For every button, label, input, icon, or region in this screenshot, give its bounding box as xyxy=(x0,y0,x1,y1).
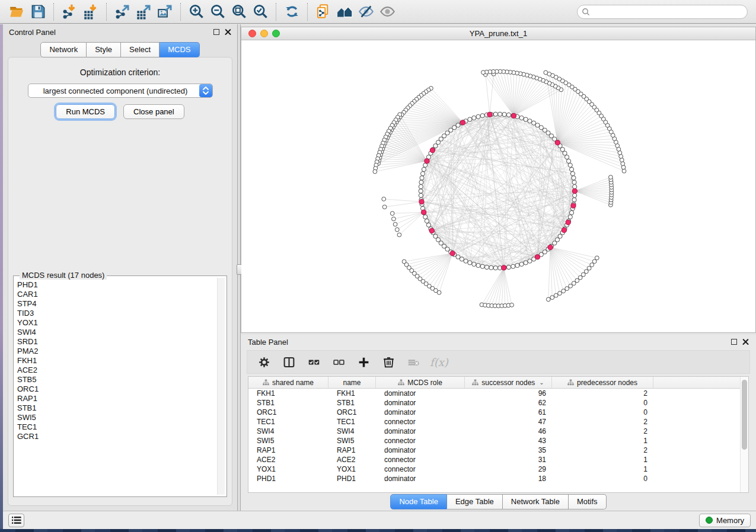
search-input[interactable] xyxy=(577,5,748,19)
mcds-result-item[interactable]: YOX1 xyxy=(17,318,216,328)
mcds-result-item[interactable]: GCR1 xyxy=(17,432,216,441)
network-from-file-button[interactable] xyxy=(312,2,334,21)
column-header-name[interactable]: name xyxy=(328,377,376,388)
mcds-result-item[interactable]: FKH1 xyxy=(17,356,216,366)
network-window-titlebar[interactable]: YPA_prune.txt_1 xyxy=(241,27,755,40)
tab-network[interactable]: Network xyxy=(40,42,87,57)
cell-name: ORC1 xyxy=(328,408,376,417)
cell-successor_nodes: 46 xyxy=(465,427,552,436)
toolbar-separator xyxy=(53,3,54,21)
column-namespace-icon xyxy=(398,379,404,386)
network-canvas[interactable] xyxy=(241,40,755,332)
table-scrollbar-thumb[interactable] xyxy=(742,380,747,450)
float-panel-icon[interactable] xyxy=(213,29,219,35)
refresh-button[interactable] xyxy=(281,2,302,21)
tab-node-table[interactable]: Node Table xyxy=(390,494,447,509)
import-network-button[interactable] xyxy=(59,2,80,21)
zoom-fit-button[interactable] xyxy=(228,2,250,21)
table-row[interactable]: STB1STB1dominator620 xyxy=(248,398,748,408)
tab-motifs[interactable]: Motifs xyxy=(569,494,607,509)
hide-graphics-icon xyxy=(358,4,374,20)
show-graphics-button[interactable] xyxy=(377,2,398,21)
open-file-button[interactable] xyxy=(6,2,27,21)
cell-mcds_role: dominator xyxy=(376,408,465,417)
deselect-all-button[interactable] xyxy=(329,352,348,371)
birds-eye-icon xyxy=(337,4,353,20)
mcds-result-item[interactable]: RAP1 xyxy=(17,394,216,403)
cell-predecessor_nodes: 0 xyxy=(552,474,653,483)
cell-mcds_role: dominator xyxy=(376,389,465,398)
close-panel-icon[interactable] xyxy=(225,29,231,36)
zoom-selected-button[interactable] xyxy=(250,2,271,21)
table-row[interactable]: TEC1TEC1connector472 xyxy=(248,417,748,427)
export-network-button[interactable] xyxy=(111,2,133,21)
table-row[interactable]: ORC1ORC1dominator610 xyxy=(248,408,748,417)
mcds-result-item[interactable]: CAR1 xyxy=(17,290,216,299)
export-table-button[interactable] xyxy=(133,2,154,21)
mcds-result-item[interactable]: STP4 xyxy=(17,299,216,309)
gear-button[interactable] xyxy=(254,352,273,371)
delete-column-button[interactable] xyxy=(379,352,398,371)
export-table-icon xyxy=(136,4,152,20)
tab-mcds[interactable]: MCDS xyxy=(160,42,199,57)
tab-select[interactable]: Select xyxy=(121,42,160,57)
import-table-button[interactable] xyxy=(80,2,101,21)
zoom-out-button[interactable] xyxy=(207,2,228,21)
tab-style[interactable]: Style xyxy=(87,42,121,57)
run-mcds-button[interactable]: Run MCDS xyxy=(56,104,115,119)
mcds-result-item[interactable]: STB1 xyxy=(17,403,216,413)
column-header-predecessor-nodes[interactable]: predecessor nodes xyxy=(552,377,653,388)
zoom-in-button[interactable] xyxy=(186,2,207,21)
table-row[interactable]: SWI4SWI4dominator462 xyxy=(248,427,748,436)
mcds-result-item[interactable]: SWI4 xyxy=(17,328,216,337)
table-row[interactable]: YOX1YOX1connector291 xyxy=(248,464,748,474)
cell-predecessor_nodes: 0 xyxy=(552,408,653,417)
float-table-panel-icon[interactable] xyxy=(731,339,737,345)
mcds-result-item[interactable]: SWI5 xyxy=(17,413,216,422)
birds-eye-button[interactable] xyxy=(334,2,355,21)
close-panel-button[interactable]: Close panel xyxy=(123,104,184,119)
vertical-splitter[interactable] xyxy=(237,24,241,511)
mcds-result-item[interactable]: TID3 xyxy=(17,309,216,318)
mcds-result-item[interactable]: ORC1 xyxy=(17,384,216,394)
split-panel-button[interactable] xyxy=(279,352,298,371)
select-all-button[interactable] xyxy=(304,352,323,371)
mcds-result-list[interactable]: PHD1CAR1STP4TID3YOX1SWI4SRD1PMA2FKH1ACE2… xyxy=(15,278,216,495)
table-row[interactable]: PHD1PHD1dominator180 xyxy=(248,474,748,483)
mcds-result-item[interactable]: SRD1 xyxy=(17,337,216,347)
table-scrollbar[interactable] xyxy=(740,377,748,492)
network-view-window: YPA_prune.txt_1 xyxy=(241,27,756,333)
cell-mcds_role: dominator xyxy=(376,398,465,408)
save-session-button[interactable] xyxy=(27,2,49,21)
close-window-icon[interactable] xyxy=(248,30,256,37)
mcds-list-scrollbar[interactable] xyxy=(217,278,225,495)
mcds-result-item[interactable]: PMA2 xyxy=(17,347,216,356)
column-header-shared-name[interactable]: shared name xyxy=(248,377,328,388)
add-column-button[interactable] xyxy=(354,352,373,371)
close-table-panel-icon[interactable] xyxy=(742,339,749,345)
maximize-window-icon[interactable] xyxy=(272,30,280,37)
table-row[interactable]: SWI5SWI5connector431 xyxy=(248,436,748,446)
mcds-result-item[interactable]: TEC1 xyxy=(17,422,216,432)
minimize-window-icon[interactable] xyxy=(260,30,268,37)
table-row[interactable]: ACE2ACE2connector311 xyxy=(248,455,748,464)
criterion-dropdown[interactable]: largest connected component (undirected) xyxy=(28,84,213,98)
table-panel: Table Panel f(x) shared namenameMCDS rol… xyxy=(241,335,756,511)
column-header-MCDS-role[interactable]: MCDS role xyxy=(376,377,465,388)
hide-graphics-button[interactable] xyxy=(355,2,377,21)
mcds-result-item[interactable]: PHD1 xyxy=(17,280,216,290)
task-history-button[interactable] xyxy=(8,514,24,527)
export-image-button[interactable] xyxy=(154,2,176,21)
memory-button[interactable]: Memory xyxy=(699,514,751,527)
cell-name: ACE2 xyxy=(328,455,376,464)
table-row[interactable]: RAP1RAP1dominator352 xyxy=(248,446,748,455)
tab-network-table[interactable]: Network Table xyxy=(503,494,569,509)
cell-successor_nodes: 35 xyxy=(465,446,552,455)
destroy-column-button[interactable] xyxy=(404,352,423,371)
function-builder-button[interactable]: f(x) xyxy=(429,356,448,368)
tab-edge-table[interactable]: Edge Table xyxy=(447,494,503,509)
mcds-result-item[interactable]: ACE2 xyxy=(17,366,216,375)
column-header-successor-nodes[interactable]: successor nodes⌄ xyxy=(465,377,552,388)
mcds-result-item[interactable]: STB5 xyxy=(17,375,216,384)
table-row[interactable]: FKH1FKH1dominator962 xyxy=(248,389,748,398)
